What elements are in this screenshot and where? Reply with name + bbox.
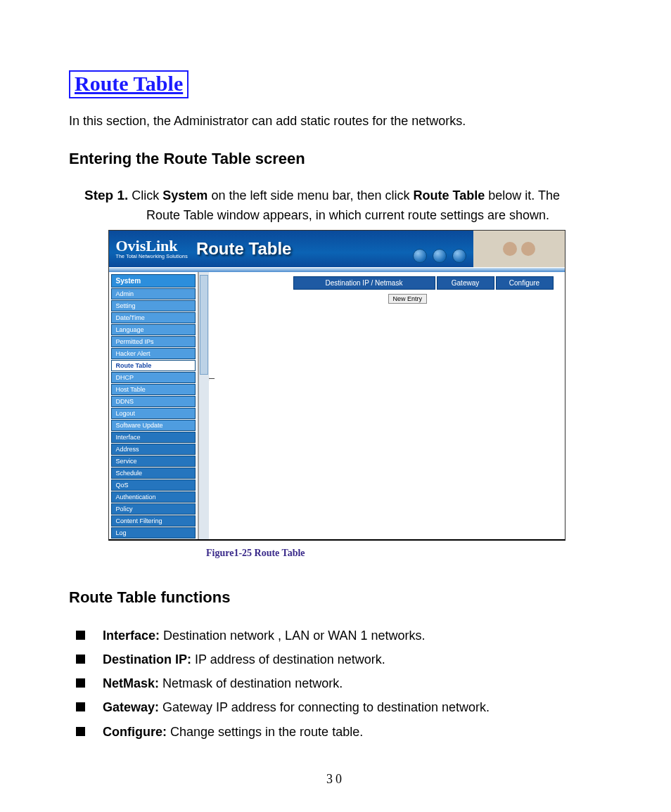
intro-text: In this section, the Administrator can a… (69, 114, 604, 129)
functions-list: Interface: Destination network , LAN or … (76, 624, 604, 744)
sidebar-section-address[interactable]: Address (111, 444, 196, 455)
header-separator (109, 267, 565, 272)
sidebar: System Admin Setting Date/Time Language … (109, 272, 198, 539)
brand-name: OvisLink (116, 238, 188, 254)
sidebar-section-service[interactable]: Service (111, 456, 196, 467)
step-line2: Route Table window appears, in which cur… (146, 206, 604, 226)
figure-caption: Figure1-25 Route Table (206, 548, 604, 559)
sidebar-section-qos[interactable]: QoS (111, 479, 196, 491)
sidebar-item-software-update[interactable]: Software Update (111, 420, 196, 431)
sidebar-item-hacker-alert[interactable]: Hacker Alert (111, 348, 196, 359)
page-number: 30 (0, 772, 671, 787)
sidebar-item-route-table[interactable]: Route Table (111, 360, 196, 371)
sidebar-scrollbar[interactable] (198, 272, 209, 539)
sidebar-item-ddns[interactable]: DDNS (111, 396, 196, 407)
sidebar-section-authentication[interactable]: Authentication (111, 491, 196, 503)
list-item: Gateway: Gateway IP address for connecti… (76, 695, 604, 719)
sidebar-item-datetime[interactable]: Date/Time (111, 312, 196, 323)
sidebar-section-content-filtering[interactable]: Content Filtering (111, 515, 196, 527)
globe-icons (413, 249, 466, 263)
sidebar-item-language[interactable]: Language (111, 324, 196, 335)
section-functions: Route Table functions (69, 588, 604, 607)
sidebar-head-system[interactable]: System (111, 274, 196, 288)
sidebar-item-admin[interactable]: Admin (111, 288, 196, 299)
new-entry-button[interactable]: New Entry (388, 294, 428, 304)
brand: OvisLink The Total Networking Solutions (109, 231, 193, 267)
person-icon (503, 242, 517, 256)
person-icon (521, 242, 535, 256)
sidebar-item-permitted-ips[interactable]: Permitted IPs (111, 336, 196, 347)
th-configure: Configure (496, 276, 554, 290)
section-entering: Entering the Route Table screen (69, 150, 604, 168)
table-header: Destination IP / Netmask Gateway Configu… (293, 276, 558, 290)
th-destination: Destination IP / Netmask (293, 276, 435, 290)
sidebar-section-log[interactable]: Log (111, 527, 196, 539)
step-1: Step 1. Click System on the left side me… (84, 185, 604, 226)
sidebar-item-dhcp[interactable]: DHCP ←← (111, 372, 196, 383)
list-item: NetMask: Netmask of destination network. (76, 671, 604, 695)
globe-icon (452, 249, 466, 263)
step-label: Step 1. (84, 188, 128, 202)
scrollbar-thumb[interactable] (200, 275, 208, 375)
list-item: Interface: Destination network , LAN or … (76, 624, 604, 647)
sidebar-item-logout[interactable]: Logout (111, 408, 196, 419)
step-body: Click System on the left side menu bar, … (132, 188, 560, 202)
sidebar-section-interface[interactable]: Interface (111, 432, 196, 443)
screenshot-title: Route Table (193, 231, 292, 267)
brand-tagline: The Total Networking Solutions (116, 254, 188, 259)
screenshot-content: Destination IP / Netmask Gateway Configu… (209, 272, 565, 539)
sidebar-section-schedule[interactable]: Schedule (111, 468, 196, 479)
list-item: Destination IP: IP address of destinatio… (76, 647, 604, 671)
globe-icon (413, 249, 427, 263)
screenshot: OvisLink The Total Networking Solutions … (108, 230, 565, 541)
header-photo (473, 231, 565, 267)
page-title: Route Table (75, 72, 183, 95)
th-gateway: Gateway (437, 276, 494, 290)
sidebar-item-setting[interactable]: Setting (111, 300, 196, 311)
globe-icon (433, 249, 447, 263)
screenshot-header: OvisLink The Total Networking Solutions … (109, 231, 565, 267)
list-item: Configure: Change settings in the route … (76, 720, 604, 744)
sidebar-item-host-table[interactable]: Host Table (111, 384, 196, 395)
sidebar-section-policy[interactable]: Policy (111, 503, 196, 515)
page-title-box: Route Table (69, 70, 188, 98)
